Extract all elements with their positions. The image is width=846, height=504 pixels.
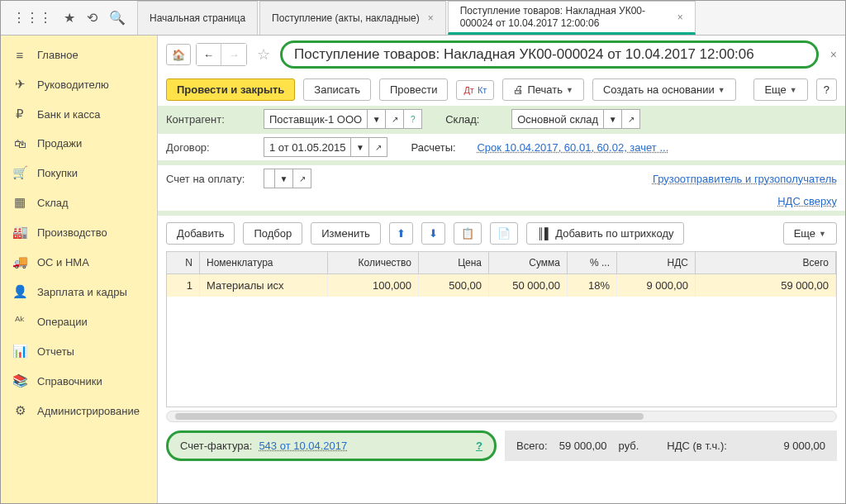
sidebar-item-admin[interactable]: ⚙Администрирование <box>1 396 157 426</box>
sidebar-item-manager[interactable]: ✈Руководителю <box>1 69 157 99</box>
close-icon[interactable]: × <box>428 12 434 24</box>
sidebar-item-sales[interactable]: 🛍Продажи <box>1 129 157 158</box>
col-sum[interactable]: Сумма <box>489 252 568 273</box>
open-icon[interactable]: ↗ <box>369 137 387 157</box>
shipper-link[interactable]: Грузоотправитель и грузополучатель <box>653 173 837 185</box>
sidebar-label: Банк и касса <box>37 108 101 121</box>
dropdown-icon[interactable]: ▼ <box>604 109 622 129</box>
dropdown-icon[interactable]: ▼ <box>368 109 386 129</box>
sidebar-label: Покупки <box>37 167 78 179</box>
col-price[interactable]: Цена <box>419 252 489 273</box>
items-table: N Номенклатура Количество Цена Сумма % .… <box>166 251 837 407</box>
sidebar-label: Продажи <box>37 137 82 150</box>
total-label: Всего: <box>516 440 548 452</box>
cell-tot: 59 000,00 <box>696 274 836 297</box>
edit-button[interactable]: Изменить <box>311 222 381 245</box>
check-icon[interactable]: ? <box>404 109 422 129</box>
warehouse-input[interactable]: Основной склад <box>511 109 604 129</box>
forward-button[interactable]: → <box>221 44 246 65</box>
col-pct[interactable]: % ... <box>568 252 617 273</box>
table-more-button[interactable]: Еще ▼ <box>783 222 837 245</box>
dropdown-icon[interactable]: ▼ <box>351 137 369 157</box>
sidebar-item-warehouse[interactable]: ▦Склад <box>1 188 157 217</box>
invoice-label: Счет-фактура: <box>180 440 252 452</box>
sidebar-label: Склад <box>37 197 69 209</box>
table-row[interactable]: 1 Материалы исх 100,000 500,00 50 000,00… <box>167 274 836 297</box>
favorite-icon[interactable]: ☆ <box>257 45 270 64</box>
col-nds[interactable]: НДС <box>617 252 696 273</box>
move-up-button[interactable]: ⬆ <box>389 222 413 245</box>
more-button[interactable]: Еще ▼ <box>753 78 807 101</box>
sidebar-item-refs[interactable]: 📚Справочники <box>1 366 157 396</box>
tab-current[interactable]: Поступление товаров: Накладная УК00-0000… <box>448 1 696 35</box>
calc-link[interactable]: Срок 10.04.2017, 60.01, 60.02, зачет ... <box>477 141 668 154</box>
sidebar-label: Операции <box>37 316 88 328</box>
save-button[interactable]: Записать <box>303 78 371 101</box>
contract-label: Договор: <box>166 141 257 154</box>
dt-kt-button[interactable]: ДтКт <box>456 80 494 100</box>
col-qty[interactable]: Количество <box>328 252 419 273</box>
sidebar-item-operations[interactable]: ᴬᵏОперации <box>1 307 157 336</box>
move-down-button[interactable]: ⬇ <box>421 222 445 245</box>
tab-label: Поступление (акты, накладные) <box>272 12 420 24</box>
apps-icon[interactable]: ⋮⋮⋮ <box>12 10 52 26</box>
open-icon[interactable]: ↗ <box>386 109 404 129</box>
history-icon[interactable]: ⟲ <box>87 10 97 26</box>
add-button[interactable]: Добавить <box>166 222 235 245</box>
close-icon[interactable]: × <box>677 12 683 23</box>
paste-button[interactable]: 📄 <box>490 222 518 245</box>
chart-icon: 📊 <box>12 344 27 359</box>
barcode-label: Добавить по штрихкоду <box>555 227 673 240</box>
star-icon[interactable]: ★ <box>64 10 75 26</box>
sidebar-item-reports[interactable]: 📊Отчеты <box>1 336 157 366</box>
counterparty-input[interactable]: Поставщик-1 ООО <box>264 109 368 129</box>
total-value: 59 000,00 <box>559 440 607 452</box>
col-n[interactable]: N <box>167 252 200 273</box>
post-and-close-button[interactable]: Провести и закрыть <box>166 78 295 101</box>
tab-receipts[interactable]: Поступление (акты, накладные)× <box>259 1 446 35</box>
sidebar-item-production[interactable]: 🏭Производство <box>1 217 157 247</box>
horizontal-scrollbar[interactable] <box>166 411 837 422</box>
sidebar-label: Справочники <box>37 375 102 388</box>
pick-button[interactable]: Подбор <box>243 222 302 245</box>
close-icon[interactable]: × <box>830 48 837 61</box>
counterparty-label: Контрагент: <box>166 113 257 126</box>
invoice-box: Счет-фактура: 543 от 10.04.2017 ? <box>166 430 497 461</box>
nds-value: 9 000,00 <box>783 440 825 452</box>
col-tot[interactable]: Всего <box>696 252 836 273</box>
factory-icon: 🏭 <box>12 225 27 240</box>
search-icon[interactable]: 🔍 <box>109 10 126 26</box>
tab-label: Начальная страница <box>150 12 245 24</box>
person-icon: 👤 <box>12 284 27 299</box>
post-button[interactable]: Провести <box>379 78 449 101</box>
sidebar-label: Зарплата и кадры <box>37 286 127 298</box>
print-button[interactable]: 🖨 Печать ▼ <box>502 78 584 101</box>
sidebar-item-main[interactable]: ≡Главное <box>1 40 157 69</box>
home-button[interactable]: 🏠 <box>166 44 191 65</box>
open-icon[interactable]: ↗ <box>293 169 311 188</box>
plane-icon: ✈ <box>12 77 27 92</box>
dropdown-icon[interactable]: ▼ <box>275 169 293 188</box>
sidebar-item-bank[interactable]: ₽Банк и касса <box>1 99 157 129</box>
barcode-button[interactable]: ║▌Добавить по штрихкоду <box>526 222 685 245</box>
invoice-help[interactable]: ? <box>476 440 482 452</box>
invoice-link[interactable]: 543 от 10.04.2017 <box>259 440 347 452</box>
col-nom[interactable]: Номенклатура <box>200 252 328 273</box>
nds-link[interactable]: НДС сверху <box>777 195 837 207</box>
create-based-button[interactable]: Создать на основании ▼ <box>592 78 736 101</box>
contract-input[interactable]: 1 от 01.05.2015 <box>264 137 351 157</box>
grid-icon: ▦ <box>12 195 27 210</box>
back-button[interactable]: ← <box>197 44 221 65</box>
tab-home[interactable]: Начальная страница <box>137 1 258 35</box>
cell-pct: 18% <box>568 274 617 297</box>
invoice-order-input[interactable] <box>264 169 275 188</box>
cell-sum: 50 000,00 <box>489 274 568 297</box>
sidebar-item-salary[interactable]: 👤Зарплата и кадры <box>1 277 157 307</box>
sidebar-item-purchases[interactable]: 🛒Покупки <box>1 158 157 188</box>
cell-qty: 100,000 <box>328 274 419 297</box>
copy-button[interactable]: 📋 <box>454 222 482 245</box>
help-button[interactable]: ? <box>816 78 837 101</box>
sidebar-label: ОС и НМА <box>37 256 89 269</box>
open-icon[interactable]: ↗ <box>622 109 640 129</box>
sidebar-item-assets[interactable]: 🚚ОС и НМА <box>1 247 157 277</box>
